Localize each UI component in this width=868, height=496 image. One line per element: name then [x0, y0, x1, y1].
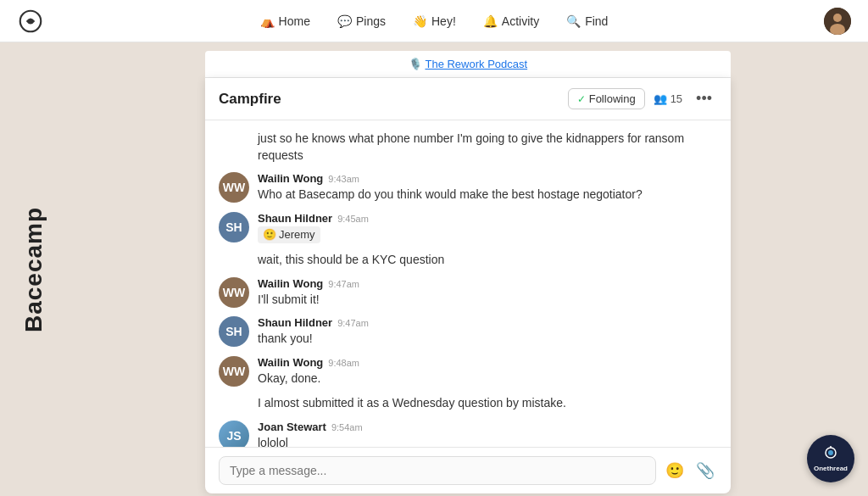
more-button[interactable]: ••• — [691, 88, 717, 109]
message-group-6: SH Shaun Hildner 9:47am thank you! — [219, 316, 717, 348]
message-text-7: Okay, done. — [258, 371, 717, 387]
message-meta-9: Joan Stewart 9:54am — [258, 421, 717, 433]
sidebar-label: Bacecamp — [0, 42, 68, 496]
members-button[interactable]: 👥 15 — [654, 92, 682, 105]
message-time-6: 9:47am — [337, 318, 369, 328]
avatar-wailin-3: WW — [219, 356, 249, 387]
jeremy-badge: 🙂 Jeremy — [258, 226, 320, 243]
message-author-9: Joan Stewart — [258, 421, 326, 433]
podcast-link[interactable]: The Rework Podcast — [425, 58, 527, 70]
chat-messages[interactable]: just so he knows what phone number I'm g… — [205, 120, 731, 447]
message-meta-3: Shaun Hildner 9:45am — [258, 212, 717, 225]
message-text: I almost submitted it as a Wednesday que… — [258, 396, 566, 410]
message-time-2: 9:43am — [328, 174, 359, 184]
avatar-wailin-2: WW — [219, 277, 249, 308]
message-time-7: 9:48am — [328, 358, 359, 368]
members-icon: 👥 — [654, 92, 667, 105]
nav-item-hey[interactable]: 👋 Hey! — [403, 9, 466, 33]
hey-icon: 👋 — [413, 14, 427, 28]
nav-item-find[interactable]: 🔍 Find — [556, 9, 618, 33]
svg-point-5 — [828, 450, 833, 455]
message-meta-7: Wailin Wong 9:48am — [258, 356, 717, 369]
message-meta-2: Wailin Wong 9:43am — [258, 172, 717, 185]
message-text-3: 🙂 Jeremy — [258, 226, 717, 243]
message-group-5: WW Wailin Wong 9:47am I'll submit it! — [219, 277, 717, 309]
nav-item-activity[interactable]: 🔔 Activity — [473, 9, 549, 33]
follow-button[interactable]: ✓ Following — [568, 88, 645, 109]
message-group-3: SH Shaun Hildner 9:45am 🙂 Jeremy — [219, 212, 717, 243]
more-icon: ••• — [696, 90, 712, 107]
message-text-2: Who at Basecamp do you think would make … — [258, 187, 717, 203]
chat-title: Campfire — [219, 91, 281, 108]
podcast-banner: 🎙️ The Rework Podcast — [205, 51, 731, 78]
chat-input-area: 🙂 📎 — [205, 447, 731, 493]
message-continuation-1: just so he knows what phone number I'm g… — [219, 131, 717, 164]
nav-items: ⛺ Home 💬 Pings 👋 Hey! 🔔 Activity 🔍 Find — [250, 9, 619, 33]
attachment-button[interactable]: 📎 — [693, 459, 717, 482]
message-text: wait, this should be a KYC question — [258, 253, 444, 266]
onethread-label: Onethread — [814, 465, 848, 472]
message-content-2: Wailin Wong 9:43am Who at Basecamp do yo… — [258, 172, 717, 203]
message-meta-6: Shaun Hildner 9:47am — [258, 316, 717, 329]
badge-text: Jeremy — [279, 227, 315, 242]
message-meta-5: Wailin Wong 9:47am — [258, 277, 717, 290]
message-author-3: Shaun Hildner — [258, 212, 332, 225]
message-text-6: thank you! — [258, 331, 717, 348]
message-author-7: Wailin Wong — [258, 356, 323, 369]
message-time-9: 9:54am — [331, 422, 363, 432]
emoji-icon: 🙂 — [665, 461, 684, 480]
avatar-joan: JS — [219, 421, 249, 447]
sidebar-text: Bacecamp — [20, 206, 47, 332]
members-count: 15 — [670, 92, 682, 105]
message-group-9: JS Joan Stewart 9:54am lololol — [219, 421, 717, 447]
top-nav: ⛺ Home 💬 Pings 👋 Hey! 🔔 Activity 🔍 Find — [0, 0, 868, 42]
nav-logo[interactable] — [17, 8, 44, 35]
message-author-2: Wailin Wong — [258, 172, 323, 185]
avatar-shaun-2: SH — [219, 316, 249, 347]
avatar-shaun-1: SH — [219, 212, 249, 242]
pings-icon: 💬 — [337, 14, 352, 28]
message-continuation-8: I almost submitted it as a Wednesday que… — [219, 395, 717, 412]
message-author-5: Wailin Wong — [258, 277, 323, 290]
user-avatar[interactable] — [824, 8, 851, 35]
input-actions: 🙂 📎 — [663, 459, 717, 482]
face-icon: 🙂 — [263, 227, 276, 242]
nav-hey-label: Hey! — [431, 14, 456, 28]
message-content-3: Shaun Hildner 9:45am 🙂 Jeremy — [258, 212, 717, 243]
home-icon: ⛺ — [260, 14, 275, 28]
message-text-5: I'll submit it! — [258, 292, 717, 309]
message-content-6: Shaun Hildner 9:47am thank you! — [258, 316, 717, 348]
message-group-2: WW Wailin Wong 9:43am Who at Basecamp do… — [219, 172, 717, 203]
nav-find-label: Find — [585, 14, 608, 28]
message-content-9: Joan Stewart 9:54am lololol — [258, 421, 717, 447]
message-time-3: 9:45am — [337, 214, 369, 224]
message-text-9: lololol — [258, 435, 717, 447]
podcast-icon: 🎙️ — [409, 58, 422, 70]
activity-icon: 🔔 — [483, 14, 498, 28]
message-continuation-4: wait, this should be a KYC question — [219, 252, 717, 269]
message-time-5: 9:47am — [328, 279, 359, 289]
nav-home-label: Home — [279, 14, 310, 28]
message-author-6: Shaun Hildner — [258, 316, 332, 329]
chat-header: Campfire ✓ Following 👥 15 ••• — [205, 78, 731, 120]
svg-point-2 — [833, 14, 842, 22]
nav-activity-label: Activity — [502, 14, 539, 28]
message-content-7: Wailin Wong 9:48am Okay, done. — [258, 356, 717, 387]
message-group-7: WW Wailin Wong 9:48am Okay, done. — [219, 356, 717, 387]
nav-item-home[interactable]: ⛺ Home — [250, 9, 320, 33]
attachment-icon: 📎 — [696, 461, 715, 480]
message-input[interactable] — [219, 456, 656, 485]
chat-header-actions: ✓ Following 👥 15 ••• — [568, 88, 717, 109]
find-icon: 🔍 — [566, 14, 581, 28]
message-text: just so he knows what phone number I'm g… — [258, 131, 684, 162]
message-content-5: Wailin Wong 9:47am I'll submit it! — [258, 277, 717, 309]
nav-pings-label: Pings — [356, 14, 386, 28]
check-icon: ✓ — [577, 93, 586, 105]
main-area: 🎙️ The Rework Podcast Campfire ✓ Followi… — [68, 42, 868, 496]
follow-label: Following — [589, 92, 636, 105]
chat-window: Campfire ✓ Following 👥 15 ••• just so he… — [205, 78, 731, 493]
avatar-wailin-1: WW — [219, 172, 249, 203]
emoji-button[interactable]: 🙂 — [663, 459, 687, 482]
onethread-badge[interactable]: Onethread — [807, 435, 854, 482]
nav-item-pings[interactable]: 💬 Pings — [327, 9, 396, 33]
